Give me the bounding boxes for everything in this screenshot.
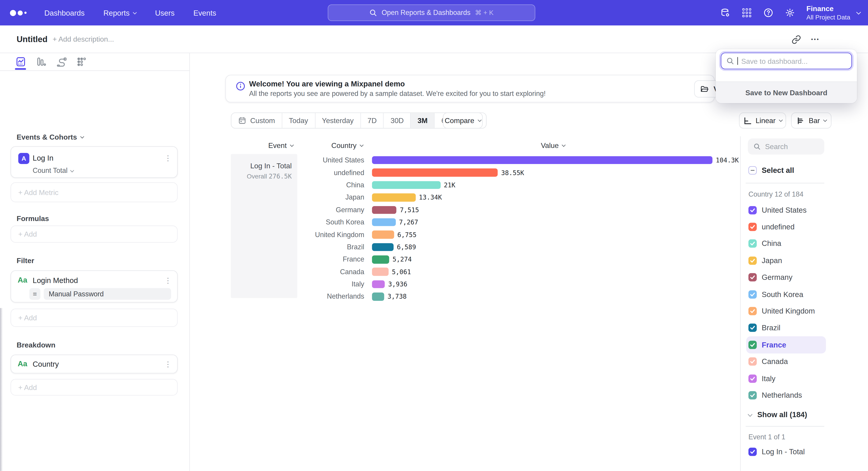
bar[interactable] — [372, 293, 384, 301]
bar[interactable] — [372, 156, 712, 164]
range-today[interactable]: Today — [282, 113, 315, 128]
bar[interactable] — [372, 206, 397, 214]
range-yesterday[interactable]: Yesterday — [315, 113, 360, 128]
legend-search-input[interactable]: Search — [748, 139, 825, 154]
filter-operator[interactable]: = — [29, 288, 40, 299]
chart-row-south-korea[interactable]: South Korea7,267 — [297, 216, 740, 229]
legend-row-canada[interactable]: Canada — [746, 353, 826, 370]
scale-selector-linear[interactable]: Linear — [739, 112, 786, 128]
legend-row-china[interactable]: China — [746, 235, 826, 252]
event-column-header[interactable]: Event — [248, 141, 314, 150]
metric-aggregation[interactable]: Count Total — [33, 167, 73, 174]
bar[interactable] — [372, 231, 394, 239]
checkbox-checked[interactable] — [748, 257, 757, 265]
chart-type-selector-bar[interactable]: Bar — [791, 112, 832, 128]
apps-grid-icon[interactable] — [742, 8, 752, 18]
nav-item-dashboards[interactable]: Dashboards — [44, 8, 85, 17]
legend-row-japan[interactable]: Japan — [746, 252, 826, 269]
kebab-menu-icon[interactable]: ⋮ — [164, 154, 172, 163]
checkbox-checked[interactable] — [748, 240, 757, 248]
settings-gear-icon[interactable] — [785, 8, 795, 18]
metric-event-name[interactable]: Log In — [33, 154, 53, 163]
bar[interactable] — [372, 169, 498, 177]
breakdown-property-name[interactable]: Country — [33, 360, 59, 369]
add-formula-button[interactable]: + Add — [11, 226, 178, 243]
add-breakdown-button[interactable]: + Add — [11, 379, 178, 395]
bar[interactable] — [372, 280, 385, 289]
global-search[interactable]: Open Reports & Dashboards ⌘ + K — [328, 4, 535, 21]
checkbox-checked[interactable] — [748, 273, 757, 282]
bar[interactable] — [372, 256, 389, 264]
bar[interactable] — [372, 243, 394, 251]
checkbox-checked[interactable] — [748, 357, 757, 366]
chart-row-netherlands[interactable]: Netherlands3,738 — [297, 291, 740, 303]
chart-row-germany[interactable]: Germany7,515 — [297, 204, 740, 216]
value-column-header[interactable]: Value — [541, 141, 565, 150]
range-3m[interactable]: 3M — [410, 113, 434, 128]
chart-row-france[interactable]: France5,274 — [297, 253, 740, 266]
select-all-checkbox-indeterminate[interactable] — [748, 166, 757, 175]
chart-row-undefined[interactable]: undefined38.55K — [297, 167, 740, 179]
select-all-row[interactable]: Select all — [748, 166, 794, 175]
chart-row-canada[interactable]: Canada5,061 — [297, 266, 740, 278]
report-title[interactable]: Untitled — [17, 34, 48, 44]
nav-item-users[interactable]: Users — [155, 8, 175, 17]
events-cohorts-label[interactable]: Events & Cohorts — [17, 133, 84, 141]
tab-flows-icon[interactable] — [55, 55, 68, 68]
project-switcher[interactable]: Finance All Project Data — [807, 4, 860, 21]
legend-row-south-korea[interactable]: South Korea — [746, 286, 826, 303]
event-legend-row[interactable]: Log In - Total — [748, 448, 805, 456]
bar[interactable] — [372, 268, 389, 276]
legend-row-germany[interactable]: Germany — [746, 269, 826, 286]
checkbox-checked[interactable] — [748, 374, 757, 383]
legend-row-united-kingdom[interactable]: United Kingdom — [746, 303, 826, 319]
copy-link-icon[interactable] — [789, 33, 803, 46]
checkbox-checked[interactable] — [748, 307, 757, 315]
chart-row-brazil[interactable]: Brazil6,589 — [297, 241, 740, 254]
checkbox-checked[interactable] — [748, 341, 757, 349]
country-column-header[interactable]: Country — [314, 141, 380, 150]
tab-retention-icon[interactable] — [75, 55, 88, 68]
kebab-menu-icon[interactable]: ⋮ — [164, 360, 172, 369]
breakdown-card[interactable]: Aa Country ⋮ — [11, 354, 178, 373]
chart-row-japan[interactable]: Japan13.34K — [297, 191, 740, 204]
legend-row-netherlands[interactable]: Netherlands — [746, 387, 826, 404]
chart-row-united-states[interactable]: United States104.3K — [297, 154, 740, 167]
tab-funnels-icon[interactable] — [34, 55, 48, 68]
kebab-menu-icon[interactable]: ⋮ — [164, 276, 172, 285]
save-dashboard-search-input[interactable]: Save to dashboard... — [721, 53, 852, 69]
nav-item-reports[interactable]: Reports — [103, 8, 136, 17]
tab-insights-icon[interactable] — [14, 55, 27, 68]
filter-property-name[interactable]: Login Method — [33, 276, 78, 285]
compare-button[interactable]: Compare — [443, 112, 483, 128]
legend-row-italy[interactable]: Italy — [746, 370, 826, 387]
checkbox-checked[interactable] — [748, 223, 757, 231]
bar[interactable] — [372, 218, 396, 227]
event-series-cell[interactable]: Log In - Total Overall 276.5K — [231, 154, 297, 298]
metric-card[interactable]: A Log In ⋮ Count Total — [11, 146, 178, 178]
add-metric-button[interactable]: + Add Metric — [11, 182, 178, 202]
help-icon[interactable] — [763, 8, 773, 18]
filter-value[interactable]: Manual Password — [43, 288, 171, 299]
save-to-new-dashboard-button[interactable]: Save to New Dashboard — [716, 82, 857, 103]
range-7d[interactable]: 7D — [360, 113, 383, 128]
range-30d[interactable]: 30D — [383, 113, 410, 128]
bar[interactable] — [372, 181, 440, 189]
filter-card[interactable]: Aa Login Method ⋮ = Manual Password — [11, 270, 178, 302]
add-filter-button[interactable]: + Add — [11, 308, 178, 327]
legend-row-france[interactable]: France — [746, 336, 826, 353]
checkbox-checked[interactable] — [748, 206, 757, 214]
legend-row-undefined[interactable]: undefined — [746, 218, 826, 235]
chart-row-china[interactable]: China21K — [297, 179, 740, 191]
show-all-button[interactable]: Show all (184) — [748, 411, 807, 419]
bar[interactable] — [372, 194, 416, 202]
data-management-icon[interactable] — [720, 8, 730, 18]
mixpanel-logo-icon[interactable] — [10, 10, 29, 16]
checkbox-checked[interactable] — [748, 290, 757, 298]
more-actions-icon[interactable]: ••• — [809, 33, 822, 46]
report-description-placeholder[interactable]: + Add description... — [53, 35, 114, 43]
chart-row-united-kingdom[interactable]: United Kingdom6,755 — [297, 229, 740, 241]
checkbox-checked[interactable] — [748, 448, 757, 456]
checkbox-checked[interactable] — [748, 391, 757, 400]
checkbox-checked[interactable] — [748, 324, 757, 332]
